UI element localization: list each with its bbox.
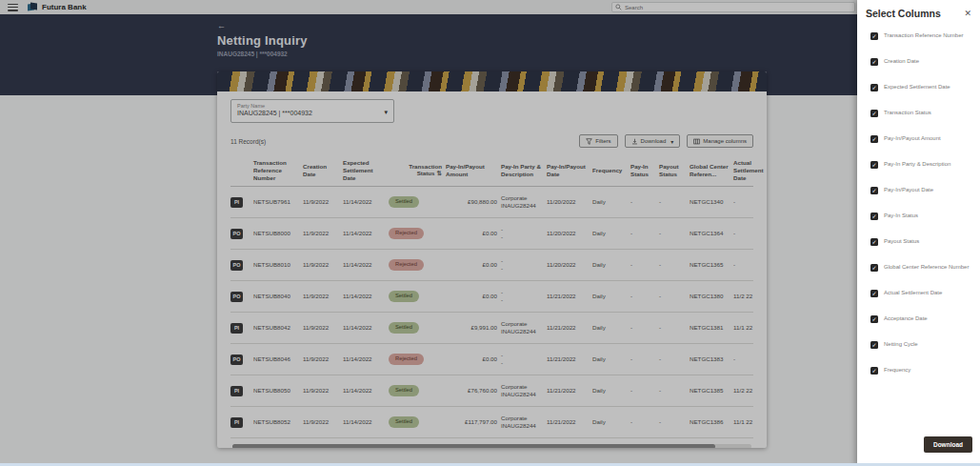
expected-settlement-date: 11/14/2022 [343,293,385,300]
column-checkbox-label: Expected Settlement Date [884,84,950,91]
table-row[interactable]: PI NETSUB8042 11/9/2022 11/14/2022 Settl… [230,313,753,344]
table-header-cell: Payout Status [659,163,686,178]
transaction-reference[interactable]: NETSUB8040 [253,293,299,300]
horizontal-scrollbar[interactable] [232,444,751,448]
payout-status-cell: - [659,230,686,237]
column-checkbox-item[interactable]: ✓ Transaction Status [870,110,971,117]
download-button[interactable]: Download ▾ [625,134,681,148]
column-checkbox-item[interactable]: ✓ Transaction Reference Number [870,32,971,40]
table-row[interactable]: PO NETSUB8040 11/9/2022 11/14/2022 Settl… [230,281,753,313]
amount-cell: £9,991.00 [446,324,497,332]
frequency-cell: Daily [592,387,627,395]
column-checkbox-item[interactable]: ✓ Frequency [870,367,971,375]
back-arrow-icon[interactable]: ← [217,21,308,30]
party-name-select[interactable]: Party Name INAUG28245 | ***004932 ▾ [230,99,394,123]
table-header-cell: Expected Settlement Date [343,159,385,181]
manage-columns-button[interactable]: Manage columns [687,134,753,148]
transaction-reference[interactable]: NETSUB8052 [253,418,299,426]
column-checkbox-label: Pay-In/Payout Date [884,187,933,193]
column-checkbox[interactable]: ✓ [870,84,878,91]
column-checkbox-label: Frequency [884,367,910,374]
search-box[interactable] [611,2,855,12]
search-icon [615,4,622,10]
column-checkbox-item[interactable]: ✓ Pay-In/Payout Amount [870,135,971,143]
column-checkbox[interactable]: ✓ [870,341,878,349]
column-checkbox[interactable]: ✓ [870,161,878,169]
column-checkbox[interactable]: ✓ [870,32,878,40]
direction-badge: PO [230,229,243,239]
column-checkbox[interactable]: ✓ [870,213,878,220]
sort-icon[interactable]: ⇅ [437,170,442,176]
column-checkbox-item[interactable]: ✓ Pay-In Status [870,213,971,220]
status-badge: Settled [389,291,419,302]
search-input[interactable] [625,5,834,10]
page-subtitle: INAUG28245 | ***004932 [217,51,308,57]
actual-settlement-date: - [733,230,767,237]
menu-icon[interactable] [8,4,18,11]
column-checkbox[interactable]: ✓ [870,264,878,272]
column-checkbox-item[interactable]: ✓ Pay-In/Payout Date [870,187,971,194]
transaction-reference[interactable]: NETSUB8010 [253,261,299,269]
expected-settlement-date: 11/14/2022 [343,261,385,269]
filters-label: Filters [595,138,610,144]
column-checkbox-label: Transaction Reference Number [884,32,963,39]
payin-payout-date: 11/21/2022 [547,324,589,332]
column-checkbox[interactable]: ✓ [870,110,878,117]
column-checkbox-item[interactable]: ✓ Payout Status [870,238,971,246]
payin-status-cell: - [630,324,655,332]
column-checkbox-label: Global Center Reference Number [884,264,969,271]
transaction-reference[interactable]: NETSUB8042 [253,324,299,332]
filters-button[interactable]: Filters [579,134,617,148]
column-checkbox-label: Pay-In Party & Description [884,161,950,168]
direction-badge: PO [230,292,243,302]
status-badge: Rejected [389,259,424,271]
scrollbar-thumb[interactable] [232,444,715,448]
column-checkbox-item[interactable]: ✓ Pay-In Party & Description [870,161,971,169]
column-checkbox[interactable]: ✓ [870,290,878,297]
payin-status-cell: - [630,261,655,269]
column-checkbox-item[interactable]: ✓ Actual Settlement Date [870,290,971,297]
column-checkbox-item[interactable]: ✓ Global Center Reference Number [870,264,971,272]
column-checkbox-label: Pay-In Status [884,213,918,219]
payout-status-cell: - [659,261,686,269]
column-checkbox[interactable]: ✓ [870,315,878,323]
column-checkbox[interactable]: ✓ [870,238,878,246]
amount-cell: £0.00 [446,261,497,269]
table-row[interactable]: PI NETSUB8050 11/9/2022 11/14/2022 Settl… [230,375,753,407]
payin-payout-date: 11/20/2022 [547,261,589,269]
party-name-label: Party Name [237,103,388,109]
transaction-reference[interactable]: NETSUB8000 [253,230,299,237]
columns-icon [693,138,700,145]
panel-download-button[interactable]: Download [924,436,972,453]
frequency-cell: Daily [592,293,627,300]
select-columns-panel: Select Columns ✕ ✓ Transaction Reference… [857,0,980,466]
close-icon[interactable]: ✕ [964,9,971,18]
column-checkbox-item[interactable]: ✓ Netting Cycle [870,341,971,349]
global-center-reference: NETGC1381 [690,324,730,332]
column-checkbox-label: Payout Status [884,238,919,245]
table-row[interactable]: PO NETSUB8046 11/9/2022 11/14/2022 Rejec… [230,344,753,375]
creation-date: 11/9/2022 [303,324,339,332]
party-name-cell: Corporate [501,194,543,202]
transaction-reference[interactable]: NETSUB7961 [253,198,299,206]
transaction-reference[interactable]: NETSUB8046 [253,355,299,363]
column-checkbox-item[interactable]: ✓ Creation Date [870,58,971,66]
table-row[interactable]: PO NETSUB8010 11/9/2022 11/14/2022 Rejec… [230,250,753,281]
column-checkbox[interactable]: ✓ [870,58,878,66]
payout-status-cell: - [659,324,686,332]
table-row[interactable]: PI NETSUB7961 11/9/2022 11/14/2022 Settl… [230,187,753,218]
column-checkbox[interactable]: ✓ [870,367,878,375]
column-checkbox[interactable]: ✓ [870,135,878,143]
creation-date: 11/9/2022 [303,387,339,395]
amount-cell: £0.00 [446,230,497,237]
party-name-cell: - [501,226,543,233]
column-checkbox-item[interactable]: ✓ Acceptance Date [870,315,971,323]
column-checkbox-item[interactable]: ✓ Expected Settlement Date [870,84,971,91]
table-row[interactable]: PO NETSUB8000 11/9/2022 11/14/2022 Rejec… [230,218,753,250]
payout-status-cell: - [659,293,686,300]
column-checkbox-label: Pay-In/Payout Amount [884,135,941,142]
transaction-reference[interactable]: NETSUB8050 [253,387,299,395]
table-row[interactable]: PI NETSUB8052 11/9/2022 11/14/2022 Settl… [230,407,753,438]
column-checkbox[interactable]: ✓ [870,187,878,194]
direction-badge: PI [230,417,243,428]
